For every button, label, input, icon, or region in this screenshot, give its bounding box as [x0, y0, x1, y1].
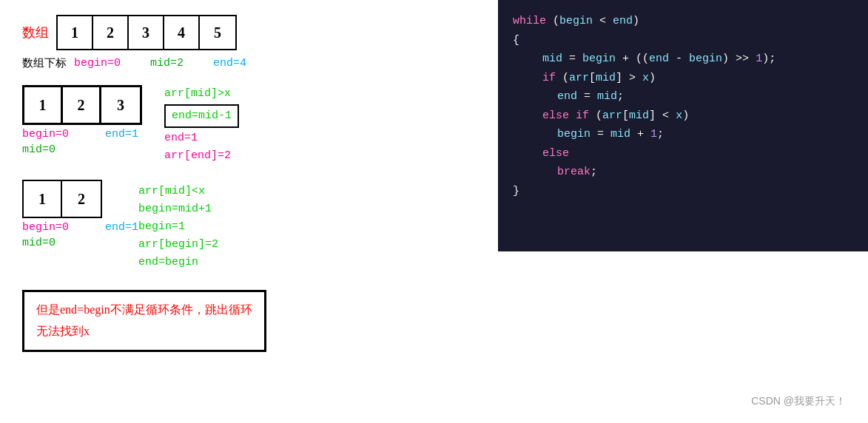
ann-line4: arr[end]=2 — [164, 147, 239, 165]
code-line-10: } — [513, 182, 853, 201]
small-array-cell: 1 — [24, 87, 63, 123]
ann-line2: end=mid-1 — [164, 104, 239, 128]
sub-index-row: begin=0 end=1 — [22, 128, 138, 141]
code-panel: while ( begin < end ) { mid = begin + ((… — [498, 0, 868, 251]
array-boxes: 12345 — [56, 15, 237, 50]
bot-mid-row: mid=0 — [22, 237, 85, 249]
code-line-5: end = mid ; — [513, 87, 853, 106]
small-array-cell: 3 — [101, 87, 140, 123]
bot-index-row: begin=0 end=1 — [22, 221, 138, 234]
bot-mid-label: mid=0 — [22, 237, 55, 249]
code-line-6: else if ( arr [ mid ] < x ) — [513, 106, 853, 126]
begin-label: begin=0 — [74, 57, 121, 70]
mid-mid-label: mid=0 — [22, 143, 55, 156]
tiny-array-cell: 1 — [24, 181, 62, 217]
array-cell: 4 — [164, 16, 200, 49]
code-line-1: while ( begin < end ) — [513, 12, 853, 31]
index-label: 数组下标 — [22, 56, 67, 70]
small-array-boxes: 123 — [22, 85, 142, 125]
bot-ann2: begin=mid+1 — [138, 200, 218, 218]
bot-begin-label: begin=0 — [22, 221, 69, 234]
tiny-array-cell: 2 — [62, 181, 101, 217]
end-label: end=4 — [213, 57, 246, 70]
bot-ann1: arr[mid]<x — [138, 183, 218, 200]
ann-line3: end=1 — [164, 129, 239, 147]
sub-mid-row: mid=0 — [22, 143, 85, 156]
bot-annotation: arr[mid]<x begin=mid+1 begin=1 arr[begin… — [138, 183, 218, 271]
notice-box: 但是end=begin不满足循环条件，跳出循环 无法找到x — [22, 290, 266, 352]
array-section: 数组 12345 — [22, 15, 466, 50]
notice-line1: 但是end=begin不满足循环条件，跳出循环 — [36, 300, 252, 321]
bottom-section: 12 begin=0 end=1 mid=0 arr[mid]<x begin=… — [22, 180, 466, 271]
mid-label: mid=2 — [150, 57, 184, 70]
mid-section: 123 begin=0 end=1 mid=0 arr[mid]>x end=m… — [22, 85, 466, 165]
ann-line1: arr[mid]>x — [164, 85, 239, 103]
bot-ann4: arr[begin]=2 — [138, 236, 218, 254]
bot-ann5: end=begin — [138, 254, 218, 271]
mid-annotation: arr[mid]>x end=mid-1 end=1 arr[end]=2 — [164, 85, 239, 165]
tiny-array-boxes: 12 — [22, 180, 102, 218]
bot-end-label: end=1 — [105, 221, 138, 234]
mid-begin-label: begin=0 — [22, 128, 69, 141]
notice-line2: 无法找到x — [36, 321, 252, 342]
array-cell: 5 — [200, 16, 235, 49]
bot-ann3: begin=1 — [138, 218, 218, 236]
index-row: 数组下标 begin=0 mid=2 end=4 — [22, 56, 466, 70]
code-line-9: break ; — [513, 163, 853, 182]
code-line-7: begin = mid + 1 ; — [513, 125, 853, 144]
code-line-8: else — [513, 144, 853, 163]
small-array-cell: 2 — [63, 87, 101, 123]
code-line-4: if ( arr [ mid ] > x ) — [513, 69, 853, 88]
array-label: 数组 — [22, 24, 49, 41]
array-cell: 2 — [93, 16, 129, 49]
array-cell: 1 — [58, 16, 93, 49]
code-line-2: { — [513, 31, 853, 50]
watermark: CSDN @我要升天！ — [751, 395, 846, 408]
code-line-3: mid = begin + (( end - begin ) >> 1 ); — [513, 50, 853, 69]
mid-end-label: end=1 — [105, 128, 138, 141]
left-panel: 数组 12345 数组下标 begin=0 mid=2 end=4 123 be… — [0, 0, 488, 423]
array-cell: 3 — [129, 16, 164, 49]
